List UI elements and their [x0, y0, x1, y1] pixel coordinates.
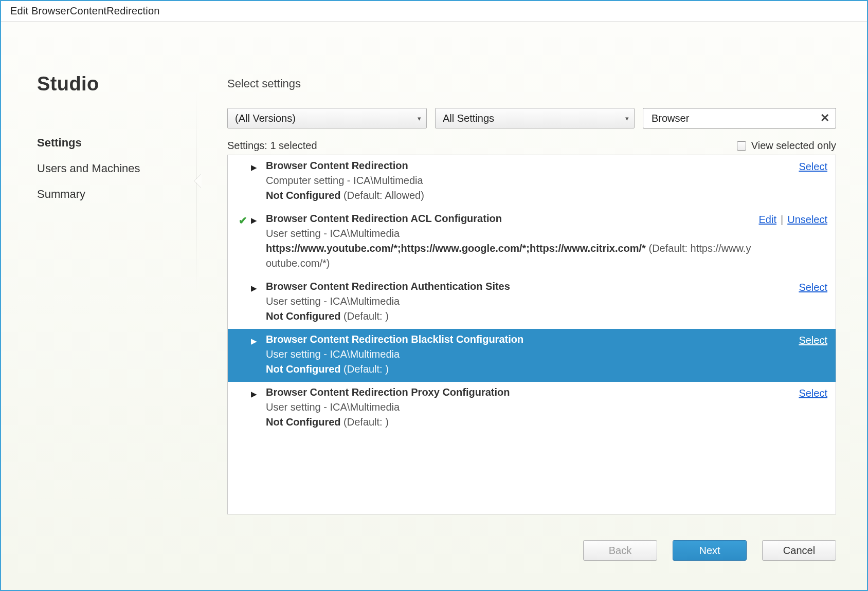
search-box[interactable]: ✕ — [643, 108, 836, 128]
setting-row[interactable]: ▶Browser Content RedirectionComputer set… — [228, 155, 836, 208]
setting-state: Not Configured (Default: ) — [266, 309, 791, 324]
studio-title: Studio — [37, 73, 196, 95]
sidebar-item-settings[interactable]: Settings — [37, 130, 196, 156]
setting-row[interactable]: ▶Browser Content Redirection Blacklist C… — [228, 329, 836, 382]
sidebar-item-summary[interactable]: Summary — [37, 181, 196, 207]
sidebar-notch-icon — [194, 174, 202, 188]
cancel-button[interactable]: Cancel — [762, 540, 836, 561]
chevron-down-icon: ▾ — [625, 115, 629, 122]
sidebar-item-label: Summary — [37, 188, 85, 200]
expand-arrow-icon[interactable]: ▶ — [250, 387, 258, 400]
select-link[interactable]: Select — [799, 335, 827, 346]
setting-category: User setting - ICA\Multimedia — [266, 294, 791, 309]
row-gutter: ▶ — [238, 332, 266, 377]
setting-actions: Select — [791, 158, 827, 203]
setting-category: Computer setting - ICA\Multimedia — [266, 173, 791, 188]
checkmark-icon: ✔ — [238, 213, 247, 228]
window-title: Edit BrowserContentRedirection — [1, 1, 867, 22]
settings-header: Settings: 1 selected View selected only — [227, 140, 836, 152]
select-link[interactable]: Select — [799, 387, 827, 399]
setting-content: Browser Content Redirection ACL Configur… — [266, 211, 752, 271]
setting-category: User setting - ICA\Multimedia — [266, 226, 752, 241]
expand-arrow-icon[interactable]: ▶ — [250, 213, 258, 226]
next-button[interactable]: Next — [673, 540, 747, 561]
row-gutter: ▶ — [238, 158, 266, 203]
settings-count-label: Settings: 1 selected — [227, 140, 317, 152]
setting-value: https://www.youtube.com/*;https://www.go… — [266, 241, 752, 271]
dialog-body: Studio Settings Users and Machines Summa… — [1, 22, 867, 590]
setting-title: Browser Content Redirection Proxy Config… — [266, 385, 791, 400]
unselect-link[interactable]: Unselect — [787, 214, 827, 225]
main-panel: Select settings (All Versions) ▾ All Set… — [196, 22, 867, 590]
setting-content: Browser Content RedirectionComputer sett… — [266, 158, 791, 203]
sidebar-item-users-machines[interactable]: Users and Machines — [37, 156, 196, 181]
search-input[interactable] — [650, 112, 818, 125]
setting-row[interactable]: ✔▶Browser Content Redirection ACL Config… — [228, 208, 836, 276]
setting-actions: Select — [791, 332, 827, 377]
setting-row[interactable]: ▶Browser Content Redirection Proxy Confi… — [228, 382, 836, 435]
row-gutter: ▶ — [238, 385, 266, 430]
expand-arrow-icon[interactable]: ▶ — [250, 160, 258, 173]
row-gutter: ▶ — [238, 279, 266, 324]
setting-content: Browser Content Redirection Blacklist Co… — [266, 332, 791, 377]
select-link[interactable]: Select — [799, 282, 827, 293]
footer-buttons: Back Next Cancel — [227, 514, 836, 561]
row-gutter: ✔▶ — [238, 211, 266, 271]
setting-actions: Select — [791, 279, 827, 324]
setting-state: Not Configured (Default: ) — [266, 362, 791, 377]
sidebar: Studio Settings Users and Machines Summa… — [1, 22, 196, 590]
sidebar-divider — [196, 88, 196, 294]
setting-actions: Select — [791, 385, 827, 430]
setting-state: Not Configured (Default: Allowed) — [266, 188, 791, 203]
version-dropdown-value: (All Versions) — [235, 113, 296, 124]
scope-dropdown-value: All Settings — [443, 113, 494, 124]
setting-category: User setting - ICA\Multimedia — [266, 400, 791, 415]
settings-list[interactable]: ▶Browser Content RedirectionComputer set… — [227, 155, 836, 514]
filter-row: (All Versions) ▾ All Settings ▾ ✕ — [227, 108, 836, 128]
setting-content: Browser Content Redirection Authenticati… — [266, 279, 791, 324]
setting-category: User setting - ICA\Multimedia — [266, 347, 791, 362]
setting-content: Browser Content Redirection Proxy Config… — [266, 385, 791, 430]
edit-link[interactable]: Edit — [759, 214, 776, 225]
expand-arrow-icon[interactable]: ▶ — [250, 281, 258, 294]
view-selected-only-label: View selected only — [751, 140, 836, 152]
dialog-window: Edit BrowserContentRedirection Studio Se… — [0, 0, 868, 591]
view-selected-only-checkbox[interactable] — [737, 141, 746, 151]
setting-title: Browser Content Redirection — [266, 158, 791, 173]
sidebar-item-label: Settings — [37, 136, 82, 149]
setting-title: Browser Content Redirection Authenticati… — [266, 279, 791, 294]
setting-title: Browser Content Redirection Blacklist Co… — [266, 332, 791, 347]
chevron-down-icon: ▾ — [418, 115, 421, 122]
expand-arrow-icon[interactable]: ▶ — [250, 334, 258, 347]
sidebar-item-label: Users and Machines — [37, 162, 140, 175]
setting-state: Not Configured (Default: ) — [266, 415, 791, 430]
setting-title: Browser Content Redirection ACL Configur… — [266, 211, 752, 226]
version-dropdown[interactable]: (All Versions) ▾ — [227, 108, 427, 128]
action-separator: | — [781, 214, 783, 225]
setting-actions: Edit|Unselect — [752, 211, 827, 271]
clear-search-icon[interactable]: ✕ — [818, 112, 831, 125]
select-link[interactable]: Select — [799, 161, 827, 172]
page-title: Select settings — [227, 77, 836, 90]
back-button[interactable]: Back — [583, 540, 657, 561]
setting-row[interactable]: ▶Browser Content Redirection Authenticat… — [228, 276, 836, 329]
scope-dropdown[interactable]: All Settings ▾ — [435, 108, 635, 128]
